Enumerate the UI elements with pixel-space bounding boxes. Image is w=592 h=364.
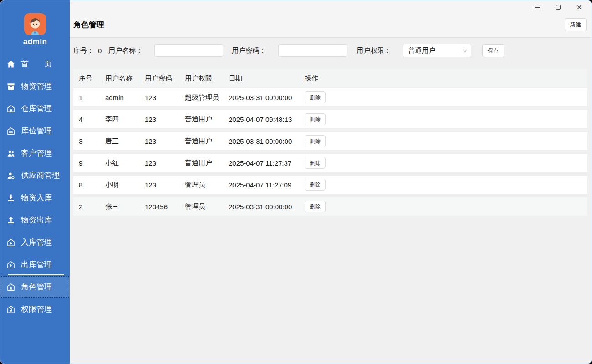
- warehouse-icon: [6, 104, 15, 113]
- col-date: 日期: [229, 74, 305, 83]
- maximize-icon: [556, 5, 561, 10]
- title-row: 角色管理 新建: [73, 18, 587, 31]
- table-row: 1 admin 123 超级管理员 2025-03-31 00:00:00 删除: [73, 88, 587, 106]
- table-row: 8 小明 123 管理员 2025-04-07 11:27:09 删除: [73, 176, 587, 194]
- table-row: 9 小红 123 普通用户 2025-04-07 11:27:37 删除: [73, 154, 587, 172]
- permission-select-value: 普通用户: [408, 46, 435, 55]
- cell-date: 2025-03-31 00:00:00: [229, 203, 305, 211]
- table-header: 序号 用户名称 用户密码 用户权限 日期 操作: [73, 69, 587, 87]
- cell-password: 123456: [145, 203, 185, 211]
- home-icon: [6, 60, 15, 69]
- suppliers-icon: [6, 171, 15, 180]
- sidebar: admin 首页 物资管理 仓库管理 8a 库位管理 客户管理 供应商管理 物资…: [0, 0, 70, 364]
- cell-serial: 1: [79, 94, 105, 101]
- delete-button[interactable]: 删除: [305, 91, 326, 103]
- cell-username: 唐三: [105, 137, 145, 146]
- chevron-down-icon: ∨: [462, 48, 468, 54]
- username: admin: [23, 37, 47, 46]
- cell-permission: 超级管理员: [185, 93, 229, 102]
- delete-button[interactable]: 删除: [305, 179, 326, 191]
- cell-password: 123: [145, 181, 185, 189]
- cell-permission: 管理员: [185, 202, 229, 211]
- window-controls: ✕: [527, 0, 590, 14]
- maximize-button[interactable]: [548, 0, 569, 14]
- table-body: 1 admin 123 超级管理员 2025-03-31 00:00:00 删除…: [73, 88, 587, 216]
- close-icon: ✕: [577, 4, 582, 10]
- minimize-icon: [535, 7, 540, 8]
- cell-serial: 4: [79, 116, 105, 123]
- main-content: ✕ 角色管理 新建 序号： 0 用户名称： 用户密码： 用户权限： 普通用户 ∨…: [70, 0, 592, 364]
- cell-password: 123: [145, 137, 185, 145]
- save-button[interactable]: 保存: [482, 44, 504, 57]
- cell-date: 2025-03-31 00:00:00: [229, 94, 305, 101]
- sidebar-item-outbound-mgmt[interactable]: 出库管理: [0, 253, 70, 276]
- sidebar-item-suppliers[interactable]: 供应商管理: [0, 164, 70, 187]
- cell-permission: 普通用户: [185, 159, 229, 167]
- col-serial: 序号: [79, 74, 105, 83]
- col-username: 用户名称: [105, 74, 145, 83]
- delete-button[interactable]: 删除: [305, 135, 326, 147]
- close-button[interactable]: ✕: [569, 0, 590, 14]
- cell-password: 123: [145, 159, 185, 167]
- password-label: 用户密码：: [232, 46, 266, 55]
- delete-button[interactable]: 删除: [305, 113, 326, 125]
- cell-serial: 2: [79, 203, 105, 211]
- cell-serial: 9: [79, 159, 105, 167]
- password-input[interactable]: [278, 44, 347, 57]
- permission-mgmt-icon: [6, 305, 15, 314]
- inbound-mgmt-icon: [6, 238, 15, 247]
- sidebar-item-materials[interactable]: 物资管理: [0, 75, 70, 97]
- page-title: 角色管理: [73, 20, 104, 30]
- cell-date: 2025-04-07 11:27:37: [229, 159, 305, 167]
- permission-select[interactable]: 普通用户 ∨: [403, 44, 471, 57]
- cell-serial: 3: [79, 137, 105, 145]
- col-password: 用户密码: [145, 74, 185, 83]
- cell-date: 2025-04-07 09:48:13: [229, 116, 305, 123]
- location-icon: 8a: [6, 126, 15, 136]
- customers-icon: [6, 149, 15, 158]
- sidebar-item-role-mgmt[interactable]: 角色管理: [0, 276, 70, 298]
- sidebar-item-material-out[interactable]: 物资出库: [0, 209, 70, 231]
- username-input[interactable]: [154, 44, 223, 57]
- table-row: 3 唐三 123 普通用户 2025-03-31 00:00:00 删除: [73, 132, 587, 150]
- cell-username: 小红: [105, 159, 145, 167]
- outbound-mgmt-icon: [6, 260, 15, 269]
- material-out-icon: [6, 216, 15, 225]
- cell-username: admin: [105, 94, 145, 101]
- cell-password: 123: [145, 94, 185, 101]
- cell-username: 小明: [105, 181, 145, 189]
- new-button[interactable]: 新建: [565, 18, 587, 31]
- avatar-icon: [24, 13, 46, 35]
- serial-label: 序号：: [73, 46, 94, 55]
- sidebar-item-warehouse[interactable]: 仓库管理: [0, 97, 70, 120]
- table-row: 4 李四 123 普通用户 2025-04-07 09:48:13 删除: [73, 110, 587, 128]
- delete-button[interactable]: 删除: [305, 157, 326, 169]
- cell-password: 123: [145, 116, 185, 123]
- materials-icon: [6, 82, 15, 91]
- roles-table: 序号 用户名称 用户密码 用户权限 日期 操作 1 admin 123 超级管理…: [70, 63, 592, 216]
- svg-text:8a: 8a: [9, 130, 13, 134]
- col-permission: 用户权限: [185, 74, 229, 83]
- role-form: 序号： 0 用户名称： 用户密码： 用户权限： 普通用户 ∨ 保存: [70, 38, 592, 63]
- sidebar-item-permission-mgmt[interactable]: 权限管理: [0, 298, 70, 320]
- delete-button[interactable]: 删除: [305, 201, 326, 212]
- sidebar-item-inbound-mgmt[interactable]: 入库管理: [0, 231, 70, 253]
- role-mgmt-icon: [6, 283, 15, 292]
- cell-permission: 普通用户: [185, 115, 229, 124]
- titlebar: ✕ 角色管理 新建: [70, 0, 592, 38]
- minimize-button[interactable]: [527, 0, 548, 14]
- sidebar-item-material-in[interactable]: 物资入库: [0, 187, 70, 209]
- sidebar-item-location[interactable]: 8a 库位管理: [0, 120, 70, 142]
- serial-value: 0: [98, 47, 102, 55]
- cell-username: 张三: [105, 202, 145, 211]
- sidebar-item-home[interactable]: 首页: [0, 53, 70, 75]
- sidebar-nav: 首页 物资管理 仓库管理 8a 库位管理 客户管理 供应商管理 物资入库 物资出…: [0, 53, 70, 320]
- cell-serial: 8: [79, 181, 105, 189]
- cell-permission: 普通用户: [185, 137, 229, 146]
- cell-permission: 管理员: [185, 181, 229, 189]
- cell-date: 2025-04-07 11:27:09: [229, 181, 305, 189]
- table-row: 2 张三 123456 管理员 2025-03-31 00:00:00 删除: [73, 197, 587, 216]
- sidebar-item-customers[interactable]: 客户管理: [0, 142, 70, 164]
- username-label: 用户名称：: [108, 46, 143, 55]
- material-in-icon: [6, 193, 15, 202]
